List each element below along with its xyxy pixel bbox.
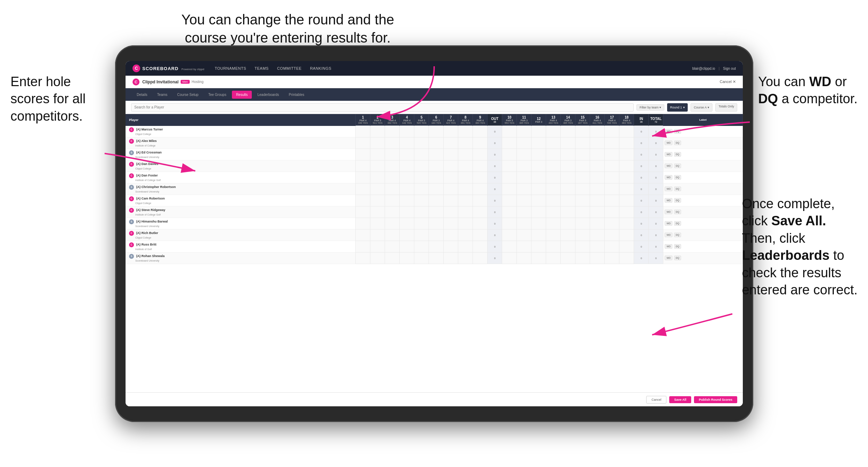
hole-8-score[interactable] — [458, 206, 473, 218]
hole-1-score[interactable] — [356, 137, 370, 149]
hole-11-score[interactable] — [517, 241, 531, 252]
hole-4-score[interactable] — [400, 241, 414, 252]
hole-14-score[interactable] — [561, 252, 575, 264]
hole-11-score[interactable] — [517, 149, 531, 160]
dq-button[interactable]: DQ — [674, 244, 681, 249]
hole-16-score[interactable] — [590, 206, 605, 218]
hole-18-score[interactable] — [619, 149, 634, 160]
hole-9-score[interactable] — [473, 172, 488, 183]
hole-18-score[interactable] — [619, 229, 634, 241]
nav-signout[interactable]: Sign out — [723, 67, 736, 70]
hole-8-score[interactable] — [458, 137, 473, 149]
hole-12-score[interactable] — [531, 183, 546, 195]
hole-11-score[interactable] — [517, 206, 531, 218]
hole-8-score[interactable] — [458, 195, 473, 206]
dq-button[interactable]: DQ — [674, 210, 681, 214]
hole-13-score[interactable] — [546, 149, 561, 160]
hole-1-score[interactable] — [356, 218, 370, 229]
hole-10-score[interactable] — [502, 172, 517, 183]
hole-7-score[interactable] — [444, 241, 458, 252]
hole-14-score[interactable] — [561, 172, 575, 183]
hole-3-score[interactable] — [385, 137, 400, 149]
round-selector[interactable]: Round 1 ▾ — [667, 103, 688, 112]
hole-11-score[interactable] — [517, 183, 531, 195]
dq-button[interactable]: DQ — [674, 141, 681, 145]
tab-course-setup[interactable]: Course Setup — [173, 91, 203, 99]
hole-4-score[interactable] — [400, 206, 414, 218]
hole-14-score[interactable] — [561, 241, 575, 252]
hole-3-score[interactable] — [385, 149, 400, 160]
hole-10-score[interactable] — [502, 126, 517, 137]
hole-5-score[interactable] — [414, 126, 429, 137]
hole-6-score[interactable] — [429, 172, 444, 183]
hole-7-score[interactable] — [444, 229, 458, 241]
hole-12-score[interactable] — [531, 126, 546, 137]
hole-9-score[interactable] — [473, 206, 488, 218]
filter-team-button[interactable]: Filter by team ▾ — [636, 104, 665, 111]
hole-1-score[interactable] — [356, 195, 370, 206]
hole-12-score[interactable] — [531, 137, 546, 149]
hole-5-score[interactable] — [414, 241, 429, 252]
hole-2-score[interactable] — [370, 137, 385, 149]
hole-3-score[interactable] — [385, 241, 400, 252]
hole-15-score[interactable] — [575, 172, 590, 183]
wd-button[interactable]: WD — [665, 210, 672, 214]
hole-9-score[interactable] — [473, 252, 488, 264]
hole-10-score[interactable] — [502, 218, 517, 229]
dq-button[interactable]: DQ — [674, 129, 681, 134]
hole-11-score[interactable] — [517, 126, 531, 137]
hole-7-score[interactable] — [444, 195, 458, 206]
wd-button[interactable]: WD — [665, 175, 672, 180]
hole-17-score[interactable] — [605, 149, 619, 160]
hole-2-score[interactable] — [370, 160, 385, 172]
hole-1-score[interactable] — [356, 160, 370, 172]
hole-18-score[interactable] — [619, 195, 634, 206]
dq-button[interactable]: DQ — [674, 164, 681, 168]
hole-6-score[interactable] — [429, 206, 444, 218]
hole-14-score[interactable] — [561, 195, 575, 206]
hole-6-score[interactable] — [429, 137, 444, 149]
hole-6-score[interactable] — [429, 218, 444, 229]
hole-7-score[interactable] — [444, 252, 458, 264]
hole-6-score[interactable] — [429, 241, 444, 252]
hole-10-score[interactable] — [502, 241, 517, 252]
hole-14-score[interactable] — [561, 160, 575, 172]
hole-15-score[interactable] — [575, 218, 590, 229]
cancel-tournament-button[interactable]: Cancel ✕ — [720, 80, 736, 84]
hole-14-score[interactable] — [561, 149, 575, 160]
hole-1-score[interactable] — [356, 126, 370, 137]
hole-10-score[interactable] — [502, 183, 517, 195]
hole-7-score[interactable] — [444, 218, 458, 229]
hole-5-score[interactable] — [414, 252, 429, 264]
hole-12-score[interactable] — [531, 252, 546, 264]
hole-10-score[interactable] — [502, 137, 517, 149]
hole-15-score[interactable] — [575, 137, 590, 149]
hole-13-score[interactable] — [546, 126, 561, 137]
hole-12-score[interactable] — [531, 206, 546, 218]
hole-13-score[interactable] — [546, 183, 561, 195]
hole-2-score[interactable] — [370, 149, 385, 160]
course-selector[interactable]: Course A ▾ — [690, 103, 712, 112]
hole-12-score[interactable] — [531, 195, 546, 206]
hole-6-score[interactable] — [429, 183, 444, 195]
dq-button[interactable]: DQ — [674, 175, 681, 180]
hole-14-score[interactable] — [561, 206, 575, 218]
save-all-button[interactable]: Save All — [669, 396, 691, 403]
hole-13-score[interactable] — [546, 195, 561, 206]
hole-14-score[interactable] — [561, 218, 575, 229]
tab-details[interactable]: Details — [133, 91, 152, 99]
hole-2-score[interactable] — [370, 206, 385, 218]
hole-12-score[interactable] — [531, 160, 546, 172]
hole-5-score[interactable] — [414, 229, 429, 241]
hole-7-score[interactable] — [444, 206, 458, 218]
dq-button[interactable]: DQ — [674, 152, 681, 157]
hole-1-score[interactable] — [356, 241, 370, 252]
hole-12-score[interactable] — [531, 241, 546, 252]
wd-button[interactable]: WD — [665, 152, 672, 157]
hole-2-score[interactable] — [370, 218, 385, 229]
hole-18-score[interactable] — [619, 206, 634, 218]
hole-10-score[interactable] — [502, 206, 517, 218]
hole-3-score[interactable] — [385, 160, 400, 172]
tab-teams[interactable]: Teams — [153, 91, 172, 99]
hole-10-score[interactable] — [502, 229, 517, 241]
